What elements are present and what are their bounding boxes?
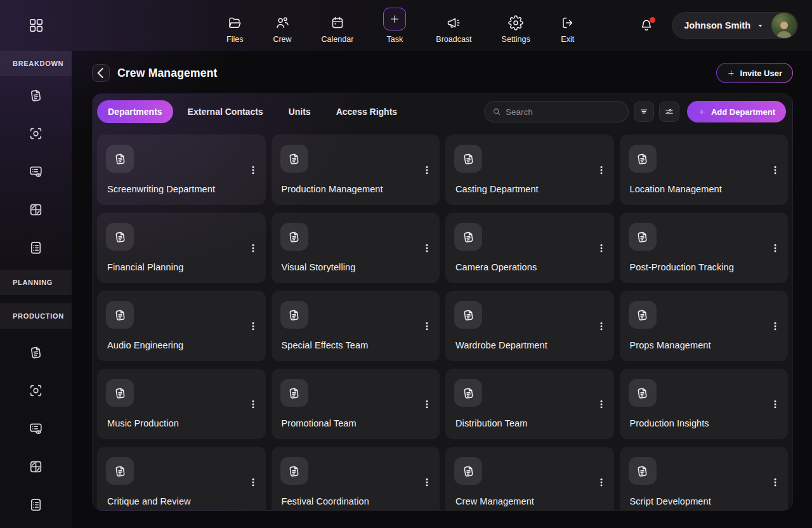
nav-item-task[interactable]: Task [383, 7, 406, 44]
department-icon-chip [280, 457, 308, 485]
department-card[interactable]: Financial Planning [97, 213, 266, 283]
documents-icon [28, 88, 44, 103]
sidebar-item-breakdown-2[interactable] [0, 114, 72, 152]
checklist-icon [28, 497, 44, 513]
department-card[interactable]: Props Management [620, 291, 789, 361]
nav-item-label: Exit [561, 35, 574, 44]
card-menu-button[interactable] [768, 473, 783, 492]
card-menu-button[interactable] [419, 161, 435, 180]
scan-icon [28, 126, 44, 142]
card-menu-button[interactable] [246, 317, 261, 336]
card-menu-button[interactable] [768, 239, 783, 258]
tab-units[interactable]: Units [278, 100, 322, 123]
card-menu-button[interactable] [419, 473, 435, 492]
card-menu-button[interactable] [594, 161, 609, 180]
card-menu-button[interactable] [768, 317, 783, 336]
adjust-button[interactable] [659, 102, 679, 122]
card-menu-button[interactable] [246, 473, 261, 492]
user-menu[interactable]: Johnson Smith [672, 12, 798, 39]
department-card[interactable]: Festival Coordination [272, 447, 440, 511]
department-name: Distribution Team [455, 418, 527, 428]
kebab-icon [249, 166, 258, 175]
sidebar-section-planning: PLANNING [0, 270, 72, 295]
nav-item-label: Task [386, 35, 403, 44]
department-name: Camera Operations [455, 262, 537, 272]
card-menu-button[interactable] [419, 239, 435, 258]
card-menu-button[interactable] [768, 395, 783, 414]
department-card[interactable]: Promotional Team [272, 369, 440, 439]
sidebar-item-production-2[interactable] [0, 371, 72, 409]
department-card[interactable]: Audio Engineering [97, 291, 266, 361]
department-card[interactable]: Location Management [620, 135, 789, 205]
add-department-button[interactable]: Add Department [687, 101, 786, 122]
card-menu-button[interactable] [594, 473, 609, 492]
toolbar-right: Add Department [484, 101, 786, 122]
search-input[interactable] [506, 107, 620, 117]
invite-user-button[interactable]: Invite User [716, 63, 793, 83]
sidebar-item-breakdown-1[interactable] [0, 76, 72, 114]
tab-access-rights[interactable]: Access Rights [325, 100, 408, 123]
filter-button[interactable] [634, 102, 654, 122]
department-name: Props Management [630, 340, 711, 350]
nav-item-broadcast[interactable]: Broadcast [436, 7, 471, 44]
grid-logo-icon [28, 17, 44, 34]
sidebar-item-production-4[interactable] [0, 447, 72, 485]
logout-icon [560, 15, 575, 30]
nav-item-settings[interactable]: Settings [502, 7, 530, 44]
department-card[interactable]: Critique and Review [97, 447, 266, 511]
department-card[interactable]: Wardrobe Department [445, 291, 614, 361]
department-card[interactable]: Screenwriting Department [97, 135, 266, 205]
back-button[interactable] [92, 64, 110, 82]
sidebar-item-breakdown-4[interactable] [0, 190, 72, 228]
department-icon-chip [629, 457, 657, 485]
card-menu-button[interactable] [768, 161, 783, 180]
sidebar-section-label: BREAKDOWN [13, 60, 63, 67]
card-menu-button[interactable] [419, 395, 435, 414]
storyboard-icon [28, 459, 44, 475]
top-nav: FilesCrewCalendarTaskBroadcastSettingsEx… [226, 7, 575, 44]
department-card[interactable]: Production Management [272, 135, 440, 205]
department-card[interactable]: Script Development [620, 447, 789, 511]
notifications-button[interactable] [639, 16, 655, 34]
department-card[interactable]: Distribution Team [445, 369, 614, 439]
card-menu-button[interactable] [246, 239, 261, 258]
kebab-icon [771, 400, 780, 409]
card-menu-button[interactable] [594, 317, 609, 336]
documents-icon [113, 152, 128, 166]
card-menu-button[interactable] [594, 239, 609, 258]
page-title: Crew Management [117, 67, 218, 80]
nav-item-crew[interactable]: Crew [273, 7, 291, 44]
card-menu-button[interactable] [246, 161, 261, 180]
sidebar-item-production-5[interactable] [0, 485, 72, 524]
department-card[interactable]: Crew Management [445, 447, 614, 511]
department-card[interactable]: Casting Department [445, 135, 614, 205]
department-card[interactable]: Music Production [97, 369, 266, 439]
department-card[interactable]: Production Insights [620, 369, 789, 439]
nav-item-files[interactable]: Files [226, 7, 243, 44]
sidebar-item-production-3[interactable] [0, 409, 72, 447]
tab-departments[interactable]: Departments [97, 100, 173, 123]
nav-item-calendar[interactable]: Calendar [322, 7, 354, 44]
filter-buttons [634, 102, 679, 122]
department-card[interactable]: Visual Storytelling [272, 213, 440, 283]
department-card[interactable]: Camera Operations [445, 213, 614, 283]
nav-item-exit[interactable]: Exit [560, 7, 575, 44]
department-icon-chip [106, 145, 134, 173]
sidebar-section-breakdown: BREAKDOWN [0, 51, 72, 76]
department-card[interactable]: Post-Production Tracking [620, 213, 789, 283]
kebab-icon [597, 166, 606, 175]
app-logo[interactable] [0, 17, 72, 34]
kebab-icon [249, 244, 258, 253]
card-menu-button[interactable] [246, 395, 261, 414]
card-menu-button[interactable] [419, 317, 435, 336]
sidebar-item-breakdown-5[interactable] [0, 228, 72, 267]
card-menu-button[interactable] [594, 395, 609, 414]
sidebar-item-breakdown-3[interactable] [0, 152, 72, 190]
sidebar-item-production-1[interactable] [0, 333, 72, 371]
tab-external-contacts[interactable]: External Contacts [177, 100, 274, 123]
kebab-icon [597, 400, 606, 409]
documents-icon [461, 308, 476, 322]
department-icon-chip [454, 379, 482, 407]
department-card[interactable]: Special Effects Team [272, 291, 440, 361]
kebab-icon [422, 478, 431, 487]
